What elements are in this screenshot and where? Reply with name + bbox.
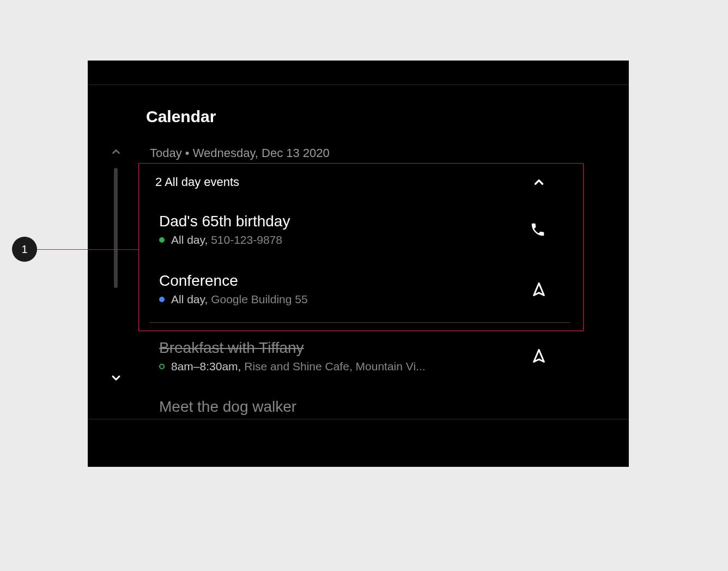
event-detail: Google Building 55 [211,293,307,305]
event-subtitle: All day, Google Building 55 [159,293,308,306]
divider-bottom [88,419,629,419]
event-subtitle: 8am–8:30am, Rise and Shine Cafe, Mountai… [159,360,426,373]
allday-section-header: 2 All day events [155,175,239,189]
chevron-up-icon [532,175,546,189]
navigate-button[interactable] [530,347,548,365]
navigation-icon [531,282,547,297]
event-row[interactable]: Conference All day, Google Building 55 [159,272,308,306]
event-detail: 510-123-9878 [211,233,282,246]
annotation-number: 1 [21,243,27,256]
device-screen: Calendar Today • Wednesday, Dec 13 2020 … [88,61,629,467]
event-detail: Rise and Shine Cafe, Mountain Vi... [244,360,425,372]
event-title: Dad's 65th birthday [159,213,290,230]
calendar-dot-icon [159,364,165,369]
navigate-button[interactable] [530,280,548,299]
scroll-down-button[interactable] [108,370,124,386]
event-time: All day, [171,293,208,305]
annotation-line [37,249,138,250]
scrollbar[interactable] [114,168,118,288]
event-time: All day, [171,233,208,246]
phone-icon [530,221,546,238]
divider-top [88,85,629,85]
page-title: Calendar [146,107,216,126]
event-title: Breakfast with Tiffany [159,339,426,357]
annotation-callout-1: 1 [12,237,37,262]
event-row[interactable]: Breakfast with Tiffany 8am–8:30am, Rise … [159,339,426,373]
call-button[interactable] [529,220,547,239]
calendar-dot-icon [159,237,165,243]
date-label: Today • Wednesday, Dec 13 2020 [150,146,330,160]
event-row[interactable]: Dad's 65th birthday All day, 510-123-987… [159,213,290,247]
scroll-up-button[interactable] [108,144,124,159]
chevron-down-icon [110,371,123,384]
navigation-icon [531,348,547,364]
section-divider [149,322,570,323]
event-subtitle: All day, 510-123-9878 [159,233,290,247]
event-title: Meet the dog walker [159,398,296,416]
calendar-dot-icon [159,297,165,302]
event-row[interactable]: Meet the dog walker [159,398,296,416]
collapse-allday-button[interactable] [530,173,548,191]
event-time: 8am–8:30am, [171,360,241,372]
chevron-up-icon [110,146,122,158]
event-title: Conference [159,272,308,290]
